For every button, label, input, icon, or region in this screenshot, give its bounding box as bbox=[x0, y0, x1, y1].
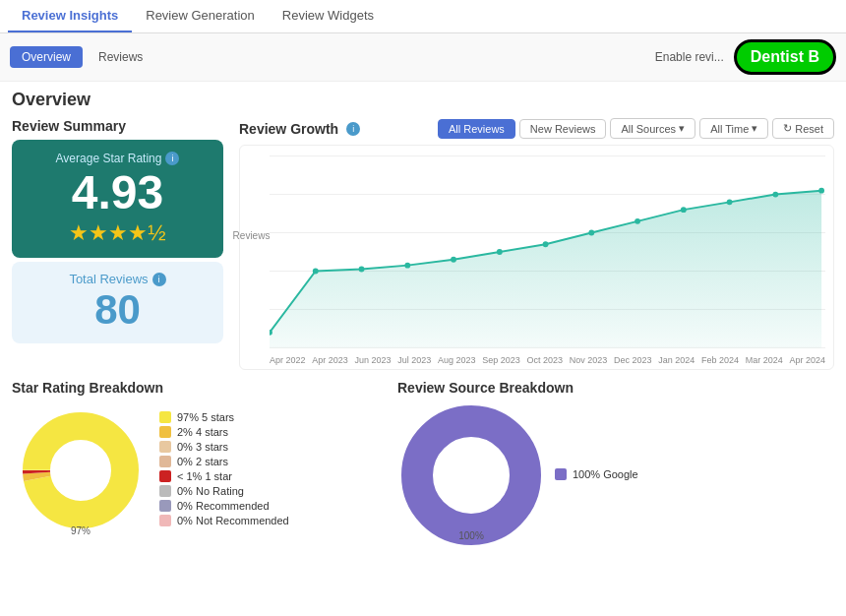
x-label: Sep 2023 bbox=[482, 355, 520, 365]
bottom-section: Star Rating Breakdown 97% 97% 5 stars2% … bbox=[12, 380, 834, 549]
legend-item: 97% 5 stars bbox=[159, 411, 289, 423]
main-content: Overview Review Summary Average Star Rat… bbox=[0, 82, 846, 557]
sub-tab-reviews[interactable]: Reviews bbox=[87, 46, 154, 68]
svg-point-22 bbox=[681, 207, 687, 213]
left-column: Review Summary Average Star Rating i 4.9… bbox=[12, 118, 223, 370]
growth-info-icon[interactable]: i bbox=[346, 122, 360, 136]
total-reviews-label: Total Reviews i bbox=[22, 272, 213, 286]
legend-item: 2% 4 stars bbox=[159, 426, 289, 438]
legend-item: 0% Recommended bbox=[159, 500, 289, 512]
x-label: Dec 2023 bbox=[614, 355, 652, 365]
filter-new-reviews[interactable]: New Reviews bbox=[519, 119, 607, 139]
x-label: Apr 2022 bbox=[270, 355, 306, 365]
svg-point-20 bbox=[588, 230, 594, 236]
svg-point-23 bbox=[727, 199, 733, 205]
legend-item: 0% 2 stars bbox=[159, 456, 289, 467]
y-axis-label: Reviews bbox=[233, 229, 271, 240]
legend-item: 100% Google bbox=[555, 468, 638, 480]
legend-item: < 1% 1 star bbox=[159, 470, 289, 482]
star-breakdown-title: Star Rating Breakdown bbox=[12, 380, 386, 396]
star-breakdown-content: 97% 97% 5 stars2% 4 stars0% 3 stars0% 2 … bbox=[12, 401, 386, 539]
x-label: Oct 2023 bbox=[526, 355, 563, 365]
source-breakdown-section: Review Source Breakdown 100% 100% Google bbox=[397, 380, 834, 549]
dentist-badge: Dentist B bbox=[734, 39, 836, 75]
nav-tab-review-insights[interactable]: Review Insights bbox=[8, 0, 132, 32]
review-summary-title: Review Summary bbox=[12, 118, 223, 134]
right-column: Review Growth i All Reviews New Reviews … bbox=[239, 118, 834, 370]
svg-point-21 bbox=[634, 218, 640, 224]
svg-point-15 bbox=[359, 267, 365, 273]
total-reviews-value: 80 bbox=[22, 286, 213, 334]
x-label: Apr 2024 bbox=[789, 355, 825, 365]
page-title: Overview bbox=[12, 90, 834, 110]
svg-text:97%: 97% bbox=[71, 525, 91, 536]
x-label: Jul 2023 bbox=[397, 355, 431, 365]
filter-all-reviews[interactable]: All Reviews bbox=[438, 119, 515, 139]
main-two-col: Review Summary Average Star Rating i 4.9… bbox=[12, 118, 834, 370]
avg-rating-box: Average Star Rating i 4.93 ★★★★½ bbox=[12, 140, 223, 258]
svg-point-17 bbox=[451, 257, 456, 263]
avg-rating-label: Average Star Rating i bbox=[24, 152, 212, 165]
legend-item: 0% 3 stars bbox=[159, 441, 289, 453]
review-growth-chart: Reviews 100 80 60 40 20 0 bbox=[239, 145, 834, 370]
x-axis-labels: Apr 2022 Apr 2023 Jun 2023 Jul 2023 Aug … bbox=[270, 353, 825, 365]
growth-svg: 100 80 60 40 20 0 bbox=[270, 154, 825, 350]
svg-point-29 bbox=[51, 441, 110, 500]
svg-point-14 bbox=[313, 269, 319, 275]
nav-tab-review-generation[interactable]: Review Generation bbox=[132, 0, 269, 32]
sub-tab-overview[interactable]: Overview bbox=[10, 46, 83, 68]
svg-point-16 bbox=[404, 263, 410, 269]
x-label: Aug 2023 bbox=[438, 355, 476, 365]
star-legend: 97% 5 stars2% 4 stars0% 3 stars0% 2 star… bbox=[159, 411, 289, 529]
growth-title: Review Growth bbox=[239, 121, 338, 137]
total-reviews-box: Total Reviews i 80 bbox=[12, 262, 223, 343]
svg-point-19 bbox=[543, 241, 549, 247]
avg-rating-value: 4.93 bbox=[24, 169, 212, 216]
source-legend: 100% Google bbox=[555, 468, 638, 483]
svg-point-25 bbox=[818, 188, 824, 194]
source-breakdown-title: Review Source Breakdown bbox=[397, 380, 834, 396]
x-label: Apr 2023 bbox=[312, 355, 348, 365]
avg-info-icon[interactable]: i bbox=[165, 152, 179, 165]
svg-point-32 bbox=[434, 438, 509, 513]
star-rating-stars: ★★★★½ bbox=[24, 220, 212, 246]
x-label: Feb 2024 bbox=[701, 355, 739, 365]
star-donut-chart: 97% bbox=[12, 401, 150, 539]
sub-tabs-bar: Overview Reviews Enable revi... Dentist … bbox=[0, 33, 846, 82]
x-label: Nov 2023 bbox=[570, 355, 608, 365]
x-label: Jan 2024 bbox=[658, 355, 695, 365]
svg-point-18 bbox=[497, 249, 503, 255]
source-donut-svg: 100% bbox=[397, 401, 545, 549]
filter-reset[interactable]: ↻ Reset bbox=[772, 118, 834, 139]
growth-header: Review Growth i All Reviews New Reviews … bbox=[239, 118, 834, 139]
filter-all-time[interactable]: All Time ▾ bbox=[699, 118, 768, 139]
filter-all-sources[interactable]: All Sources ▾ bbox=[610, 118, 695, 139]
source-breakdown-content: 100% 100% Google bbox=[397, 401, 834, 549]
legend-item: 0% No Rating bbox=[159, 485, 289, 497]
x-label: Mar 2024 bbox=[746, 355, 783, 365]
svg-point-24 bbox=[772, 192, 778, 198]
legend-item: 0% Not Recommended bbox=[159, 515, 289, 526]
top-navigation: Review Insights Review Generation Review… bbox=[0, 0, 846, 33]
source-donut-chart: 100% bbox=[397, 401, 545, 549]
enable-reviews-text: Enable revi... bbox=[655, 50, 724, 64]
star-breakdown-section: Star Rating Breakdown 97% 97% 5 stars2% … bbox=[12, 380, 386, 549]
star-donut-svg: 97% bbox=[12, 401, 150, 539]
total-info-icon[interactable]: i bbox=[152, 273, 166, 286]
x-label: Jun 2023 bbox=[354, 355, 391, 365]
svg-text:100%: 100% bbox=[458, 530, 484, 541]
nav-tab-review-widgets[interactable]: Review Widgets bbox=[269, 0, 388, 32]
